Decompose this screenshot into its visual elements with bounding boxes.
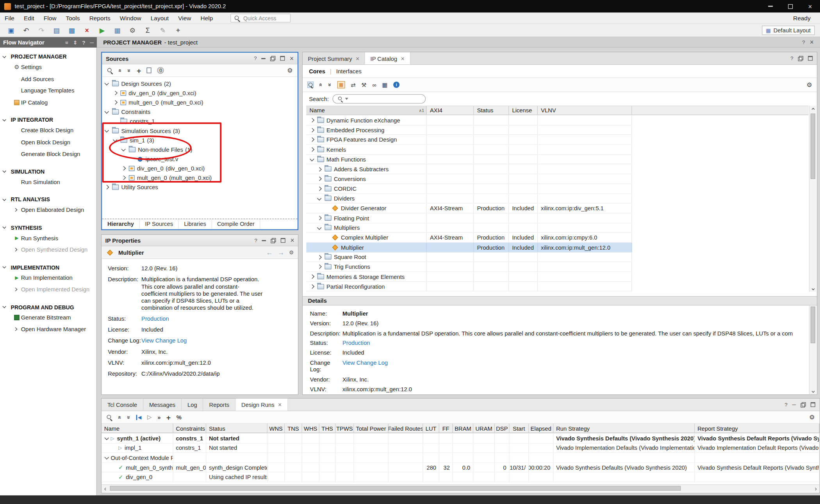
run-row-mult-gen-0-synth-1[interactable]: ✓mult_gen_0_synth_1mult_gen_0synth_desig… bbox=[102, 463, 820, 472]
expand-collapse-icon[interactable]: ⇕ bbox=[73, 39, 77, 45]
flow-section-simulation[interactable]: SIMULATION bbox=[0, 167, 96, 176]
run-row-impl-1[interactable]: ▷impl_1constrs_1Not startedVivado Implem… bbox=[102, 444, 820, 453]
restart-icon[interactable]: ◀ bbox=[136, 415, 141, 420]
maximize-icon[interactable] bbox=[280, 56, 285, 60]
flow-section-project-manager[interactable]: PROJECT MANAGER bbox=[0, 52, 96, 61]
expand-all-icon[interactable]: » bbox=[126, 415, 132, 419]
tab-project-summary[interactable]: Project Summary × bbox=[303, 52, 365, 64]
sources-tab-ip-sources[interactable]: IP Sources bbox=[140, 219, 179, 229]
search-icon[interactable] bbox=[106, 414, 112, 420]
field-value[interactable]: View Change Log bbox=[141, 337, 263, 344]
column-header-run-strategy[interactable]: Run Strategy bbox=[553, 424, 695, 433]
gear-icon[interactable]: ⚙ bbox=[289, 250, 294, 256]
source-tree-item-design-sources[interactable]: Design Sources(2) bbox=[102, 79, 297, 88]
undo-icon[interactable]: ↶ bbox=[23, 27, 30, 34]
redo-icon[interactable]: ↷ bbox=[38, 27, 45, 34]
add-icon[interactable]: + bbox=[166, 413, 171, 421]
catalog-row-dynamic-function-exchange[interactable]: Dynamic Function eXchange bbox=[306, 115, 632, 125]
percent-icon[interactable]: % bbox=[176, 414, 182, 420]
link-icon[interactable]: ∞ bbox=[372, 82, 376, 88]
scrollbar-thumb[interactable] bbox=[110, 486, 681, 491]
run-row-synth-1-active[interactable]: ▷synth_1 (active)constrs_1Not startedViv… bbox=[102, 434, 820, 444]
menu-file[interactable]: File bbox=[0, 12, 19, 24]
minimize-icon[interactable] bbox=[262, 240, 266, 241]
chevron-right-icon[interactable] bbox=[317, 265, 321, 269]
settings-icon[interactable]: ⚙ bbox=[129, 27, 136, 34]
column-header-axi4[interactable]: AXI4 bbox=[427, 106, 474, 114]
column-header-name[interactable]: Name∧1 bbox=[306, 106, 426, 114]
flow-section-rtl-analysis[interactable]: RTL ANALYSIS bbox=[0, 195, 96, 204]
flow-item-create-block-design[interactable]: Create Block Design bbox=[0, 124, 96, 136]
column-header-wns[interactable]: WNS bbox=[267, 424, 285, 433]
menu-layout[interactable]: Layout bbox=[146, 12, 173, 24]
flow-item-add-sources[interactable]: Add Sources bbox=[0, 73, 96, 85]
layout-selector[interactable]: ▦ Default Layout bbox=[762, 26, 815, 35]
help-icon[interactable]: ? bbox=[784, 402, 787, 408]
minimize-button[interactable] bbox=[760, 0, 780, 12]
vertical-scrollbar[interactable] bbox=[809, 106, 816, 292]
file-icon[interactable] bbox=[147, 67, 152, 73]
maximize-icon[interactable] bbox=[811, 402, 815, 407]
catalog-row-multiplier[interactable]: MultiplierProductionIncludedxilinx.com:i… bbox=[306, 243, 632, 252]
quick-access-search[interactable]: Quick Access bbox=[230, 14, 290, 23]
flow-item-ip-catalog[interactable]: IP Catalog bbox=[0, 96, 96, 108]
save-icon[interactable]: ▣ bbox=[7, 27, 15, 34]
run-row-out-of-context-module-runs[interactable]: Out-of-Context Module Runs bbox=[102, 453, 820, 463]
menu-tools[interactable]: Tools bbox=[61, 12, 84, 24]
help-icon[interactable]: ? bbox=[254, 55, 257, 61]
flow-item-open-elaborated-design[interactable]: Open Elaborated Design bbox=[0, 204, 96, 216]
menu-help[interactable]: Help bbox=[196, 12, 217, 24]
tab-ip-catalog[interactable]: IP Catalog × bbox=[365, 52, 410, 64]
column-header-dsp[interactable]: DSP bbox=[495, 424, 510, 433]
help-icon[interactable]: ? bbox=[255, 238, 257, 243]
chevron-down-icon[interactable] bbox=[317, 225, 321, 229]
flow-section-implementation[interactable]: IMPLEMENTATION bbox=[0, 263, 96, 272]
flow-item-open-block-design[interactable]: Open Block Design bbox=[0, 136, 96, 148]
scrollbar-thumb[interactable] bbox=[811, 114, 815, 179]
gear-icon[interactable]: ⚙ bbox=[809, 413, 815, 421]
catalog-row-conversions[interactable]: Conversions bbox=[306, 174, 632, 184]
column-header-total-power[interactable]: Total Power bbox=[354, 424, 389, 433]
chevron-right-icon[interactable] bbox=[310, 284, 314, 288]
back-arrow-icon[interactable]: ← bbox=[266, 248, 273, 256]
settings-sliders-icon[interactable]: ≡ bbox=[65, 39, 68, 45]
flow-section-synthesis[interactable]: SYNTHESIS bbox=[0, 223, 96, 232]
forward-arrow-icon[interactable]: → bbox=[278, 248, 284, 256]
flow-item-generate-bitstream[interactable]: Generate Bitstream bbox=[0, 312, 96, 323]
menu-edit[interactable]: Edit bbox=[19, 12, 39, 24]
help-icon[interactable]: ? bbox=[82, 39, 85, 45]
column-header-tns[interactable]: TNS bbox=[285, 424, 302, 433]
program-icon[interactable]: ▦ bbox=[114, 27, 121, 34]
minimize-icon[interactable]: ─ bbox=[90, 39, 94, 45]
float-icon[interactable] bbox=[800, 402, 806, 407]
menu-reports[interactable]: Reports bbox=[85, 12, 115, 24]
catalog-row-complex-multiplier[interactable]: Complex MultiplierAXI4-StreamProductionI… bbox=[306, 233, 632, 243]
customize-icon[interactable]: ✦ bbox=[175, 27, 182, 34]
flow-section-ip-integrator[interactable]: IP INTEGRATOR bbox=[0, 115, 96, 124]
tab-tcl-console[interactable]: Tcl Console bbox=[102, 399, 143, 411]
chevron-down-icon[interactable] bbox=[317, 196, 321, 200]
chevron-down-icon[interactable] bbox=[105, 109, 109, 113]
copy-icon[interactable]: ▤ bbox=[53, 27, 60, 34]
catalog-row-partial-reconfiguration[interactable]: Partial Reconfiguration bbox=[306, 282, 632, 291]
collapse-all-icon[interactable]: « bbox=[117, 69, 123, 72]
column-header-uram[interactable]: URAM bbox=[473, 424, 495, 433]
catalog-row-fpga-features-and-design[interactable]: FPGA Features and Design bbox=[306, 135, 632, 145]
float-icon[interactable] bbox=[798, 56, 803, 61]
float-icon[interactable] bbox=[271, 238, 276, 243]
chevron-down-icon[interactable] bbox=[310, 157, 314, 161]
sources-tab-compile-order[interactable]: Compile Order bbox=[212, 219, 260, 229]
chevron-right-icon[interactable] bbox=[310, 275, 314, 279]
catalog-row-adders-subtracters[interactable]: Adders & Subtracters bbox=[306, 165, 632, 174]
column-header-report-strategy[interactable]: Report Strategy bbox=[695, 424, 820, 433]
flow-item-open-synthesized-design[interactable]: Open Synthesized Design bbox=[0, 244, 96, 256]
run-row-div-gen-0[interactable]: ✓div_gen_0Using cached IP results bbox=[102, 472, 820, 482]
chevron-right-icon[interactable] bbox=[317, 177, 321, 181]
collapse-all-icon[interactable]: « bbox=[117, 415, 123, 419]
catalog-row-floating-point[interactable]: Floating Point bbox=[306, 213, 632, 223]
column-header-elapsed[interactable]: Elapsed bbox=[529, 424, 553, 433]
catalog-row-embedded-processing[interactable]: Embedded Processing bbox=[306, 125, 632, 135]
close-icon[interactable]: × bbox=[401, 56, 405, 61]
maximize-button[interactable] bbox=[780, 0, 800, 12]
chevron-right-icon[interactable] bbox=[310, 147, 314, 151]
